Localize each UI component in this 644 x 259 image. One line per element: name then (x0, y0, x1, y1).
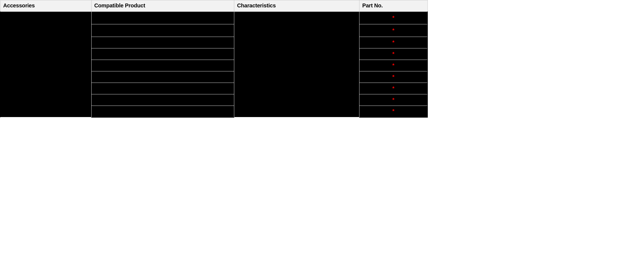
cell-compatible (91, 94, 234, 106)
cell-part-no: * (359, 24, 428, 37)
cell-part-no: * (359, 94, 428, 106)
cell-compatible (91, 71, 234, 83)
cell-part-no: * (359, 12, 428, 24)
table-container: Accessories Compatible Product Character… (0, 0, 428, 118)
asterisk-icon: * (392, 108, 394, 114)
cell-part-no: * (359, 60, 428, 71)
cell-part-no: * (359, 48, 428, 60)
asterisk-icon: * (392, 15, 394, 21)
header-compatible-product: Compatible Product (91, 0, 234, 12)
asterisk-icon: * (392, 28, 394, 33)
asterisk-icon: * (392, 40, 394, 45)
cell-compatible (91, 83, 234, 94)
accessories-table: Accessories Compatible Product Character… (0, 0, 428, 118)
cell-compatible (91, 60, 234, 71)
header-accessories: Accessories (0, 0, 91, 12)
cell-part-no: * (359, 37, 428, 48)
asterisk-icon: * (392, 63, 394, 68)
cell-compatible (91, 24, 234, 37)
asterisk-icon: * (392, 97, 394, 103)
asterisk-icon: * (392, 51, 394, 57)
cell-compatible (91, 37, 234, 48)
cell-accessories (0, 12, 91, 117)
cell-part-no: * (359, 106, 428, 117)
cell-compatible (91, 12, 234, 24)
cell-compatible (91, 48, 234, 60)
header-part-no: Part No. (359, 0, 428, 12)
cell-characteristics (234, 12, 359, 117)
cell-part-no: * (359, 71, 428, 83)
table-row: * (0, 12, 428, 24)
table-header-row: Accessories Compatible Product Character… (0, 0, 428, 12)
asterisk-icon: * (392, 86, 394, 91)
cell-part-no: * (359, 83, 428, 94)
header-characteristics: Characteristics (234, 0, 359, 12)
cell-compatible (91, 106, 234, 117)
asterisk-icon: * (392, 74, 394, 80)
